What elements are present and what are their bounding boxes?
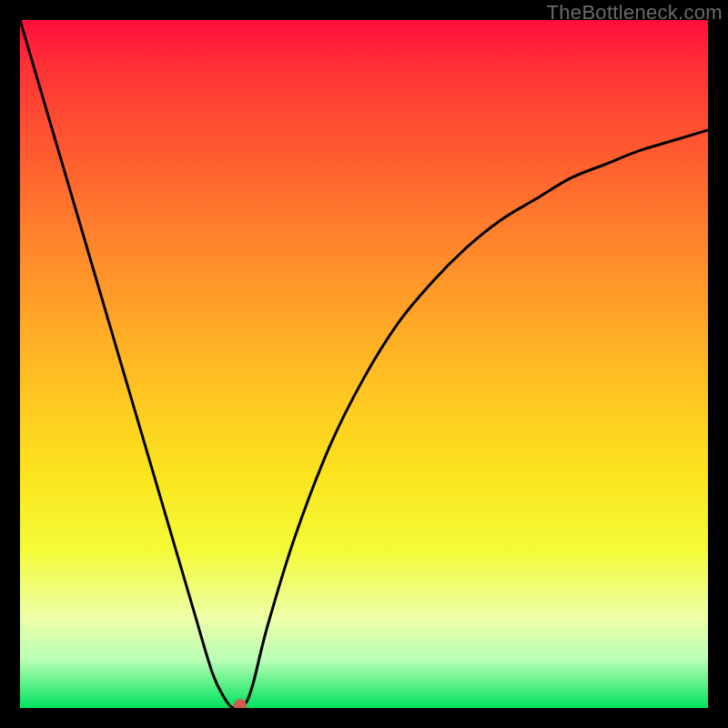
chart-frame: TheBottleneck.com [0,0,728,728]
chart-svg [20,20,708,708]
bottleneck-curve [20,20,708,708]
chart-plot-area [20,20,708,708]
watermark-text: TheBottleneck.com [547,1,723,25]
marker-dot [234,699,247,708]
